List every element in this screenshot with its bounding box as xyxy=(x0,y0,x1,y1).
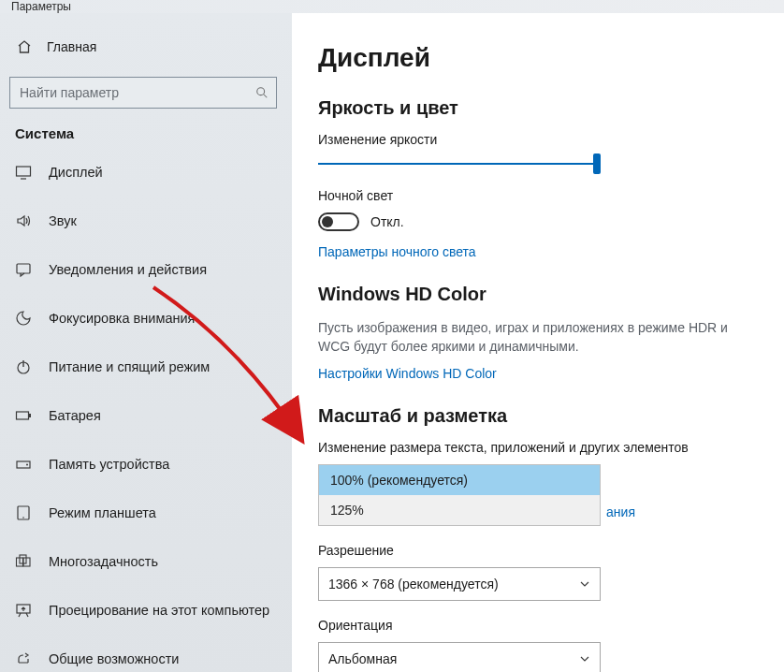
sidebar-item-focus[interactable]: Фокусировка внимания xyxy=(15,306,283,330)
sidebar-item-power[interactable]: Питание и спящий режим xyxy=(15,355,283,379)
sidebar-item-display[interactable]: Дисплей xyxy=(15,160,283,184)
orientation-dropdown[interactable]: Альбомная xyxy=(318,642,601,672)
home-label: Главная xyxy=(47,39,96,54)
sidebar-item-projecting[interactable]: Проецирование на этот компьютер xyxy=(15,598,283,622)
brightness-slider[interactable] xyxy=(318,156,601,171)
svg-rect-8 xyxy=(29,414,31,417)
scale-dropdown-open[interactable]: 100% (рекомендуется) 125% ания xyxy=(318,464,601,526)
nightlight-settings-link[interactable]: Параметры ночного света xyxy=(318,244,476,259)
nightlight-state: Откл. xyxy=(370,214,404,229)
sidebar-item-label: Звук xyxy=(49,213,77,228)
search-field[interactable] xyxy=(20,85,255,100)
svg-point-10 xyxy=(26,464,28,466)
sidebar-item-label: Батарея xyxy=(49,408,101,423)
nightlight-label: Ночной свет xyxy=(318,188,765,203)
multitask-icon xyxy=(15,553,32,570)
orientation-label: Ориентация xyxy=(318,618,765,633)
truncated-link-fragment: ания xyxy=(606,504,635,519)
svg-rect-2 xyxy=(17,167,31,176)
sidebar-item-label: Память устройства xyxy=(49,457,169,472)
sidebar-item-label: Дисплей xyxy=(49,165,103,180)
hd-settings-link[interactable]: Настройки Windows HD Color xyxy=(318,366,497,381)
resolution-label: Разрешение xyxy=(318,543,765,558)
scale-option-100[interactable]: 100% (рекомендуется) xyxy=(319,465,600,495)
toggle-knob xyxy=(322,216,333,227)
chevron-down-icon xyxy=(579,653,590,665)
sidebar-item-label: Режим планшета xyxy=(49,505,156,520)
sidebar-item-label: Проецирование на этот компьютер xyxy=(49,603,269,618)
svg-line-1 xyxy=(264,95,268,98)
orientation-value: Альбомная xyxy=(328,651,397,666)
home-button[interactable]: Главная xyxy=(9,30,283,64)
storage-icon xyxy=(15,456,32,473)
projecting-icon xyxy=(15,602,32,619)
sidebar: Главная Система Дисплей Звук Уве xyxy=(0,13,292,672)
svg-rect-4 xyxy=(17,264,30,273)
search-icon xyxy=(255,86,269,99)
svg-point-12 xyxy=(22,517,24,519)
scale-option-125[interactable]: 125% xyxy=(319,495,600,525)
sidebar-group-title: Система xyxy=(9,125,283,149)
sound-icon xyxy=(15,212,32,229)
section-scale-title: Масштаб и разметка xyxy=(318,405,765,427)
sidebar-item-label: Питание и спящий режим xyxy=(49,359,210,374)
focus-icon xyxy=(15,310,32,327)
brightness-label: Изменение яркости xyxy=(318,132,765,147)
hd-description: Пусть изображения в видео, играх и прило… xyxy=(318,318,758,357)
display-icon xyxy=(15,164,32,181)
slider-track xyxy=(318,163,601,165)
sidebar-item-multitask[interactable]: Многозадачность xyxy=(15,549,283,574)
tablet-icon xyxy=(15,504,32,521)
svg-rect-7 xyxy=(17,412,29,419)
scale-label: Изменение размера текста, приложений и д… xyxy=(318,440,765,455)
sidebar-item-tablet[interactable]: Режим планшета xyxy=(15,501,283,525)
sidebar-item-shared[interactable]: Общие возможности xyxy=(15,647,283,671)
window-title: Параметры xyxy=(0,0,784,13)
notifications-icon xyxy=(15,261,32,278)
section-hd-title: Windows HD Color xyxy=(318,284,765,305)
sidebar-item-label: Фокусировка внимания xyxy=(49,311,195,326)
sidebar-item-battery[interactable]: Батарея xyxy=(15,403,283,428)
sidebar-item-storage[interactable]: Память устройства xyxy=(15,452,283,476)
search-input[interactable] xyxy=(9,77,277,109)
sidebar-item-label: Уведомления и действия xyxy=(49,262,207,277)
svg-point-0 xyxy=(257,88,265,95)
section-brightness-title: Яркость и цвет xyxy=(318,97,765,119)
sidebar-nav: Дисплей Звук Уведомления и действия Фоку… xyxy=(9,160,283,671)
sidebar-item-label: Многозадачность xyxy=(49,554,158,569)
main-content: Дисплей Яркость и цвет Изменение яркости… xyxy=(292,13,784,672)
chevron-down-icon xyxy=(579,578,590,590)
power-icon xyxy=(15,358,32,375)
home-icon xyxy=(17,39,32,54)
resolution-value: 1366 × 768 (рекомендуется) xyxy=(328,577,499,592)
sidebar-item-label: Общие возможности xyxy=(49,651,179,666)
sidebar-item-notifications[interactable]: Уведомления и действия xyxy=(15,257,283,282)
sidebar-item-sound[interactable]: Звук xyxy=(15,209,283,233)
shared-icon xyxy=(15,650,32,667)
battery-icon xyxy=(15,407,32,424)
resolution-dropdown[interactable]: 1366 × 768 (рекомендуется) xyxy=(318,567,601,601)
nightlight-toggle[interactable] xyxy=(318,212,359,231)
slider-thumb[interactable] xyxy=(593,153,601,174)
page-title: Дисплей xyxy=(318,43,765,73)
